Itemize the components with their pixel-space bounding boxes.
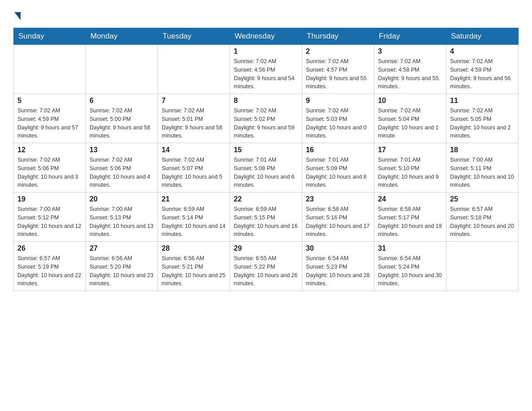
logo	[13, 9, 21, 23]
day-number: 4	[450, 47, 515, 56]
calendar-cell: 26Sunrise: 6:57 AMSunset: 5:19 PMDayligh…	[14, 242, 86, 291]
day-info: Sunrise: 6:54 AMSunset: 5:24 PMDaylight:…	[378, 254, 442, 288]
day-info: Sunrise: 6:55 AMSunset: 5:22 PMDaylight:…	[234, 254, 298, 288]
header-thursday: Thursday	[302, 28, 374, 45]
calendar-week-row: 1Sunrise: 7:02 AMSunset: 4:56 PMDaylight…	[14, 45, 519, 94]
day-info: Sunrise: 7:01 AMSunset: 5:08 PMDaylight:…	[234, 156, 298, 189]
calendar-cell: 22Sunrise: 6:59 AMSunset: 5:15 PMDayligh…	[230, 193, 302, 242]
day-info: Sunrise: 7:02 AMSunset: 5:00 PMDaylight:…	[90, 107, 154, 140]
calendar-cell: 5Sunrise: 7:02 AMSunset: 4:59 PMDaylight…	[14, 94, 86, 143]
calendar-cell: 31Sunrise: 6:54 AMSunset: 5:24 PMDayligh…	[374, 242, 446, 291]
calendar-cell: 6Sunrise: 7:02 AMSunset: 5:00 PMDaylight…	[86, 94, 158, 143]
day-number: 19	[17, 195, 82, 203]
header-sunday: Sunday	[14, 28, 86, 45]
day-info: Sunrise: 7:02 AMSunset: 4:58 PMDaylight:…	[378, 57, 442, 91]
day-info: Sunrise: 7:02 AMSunset: 5:07 PMDaylight:…	[162, 156, 226, 189]
header-friday: Friday	[374, 28, 446, 45]
day-number: 27	[90, 244, 154, 253]
day-number: 11	[450, 97, 515, 105]
day-info: Sunrise: 7:02 AMSunset: 4:56 PMDaylight:…	[234, 57, 298, 91]
calendar-cell: 4Sunrise: 7:02 AMSunset: 4:59 PMDaylight…	[446, 45, 519, 94]
day-info: Sunrise: 7:02 AMSunset: 4:57 PMDaylight:…	[306, 57, 370, 91]
day-info: Sunrise: 7:02 AMSunset: 5:03 PMDaylight:…	[306, 107, 370, 140]
calendar-table: Sunday Monday Tuesday Wednesday Thursday…	[13, 28, 519, 291]
calendar-cell: 14Sunrise: 7:02 AMSunset: 5:07 PMDayligh…	[158, 143, 230, 193]
day-number: 22	[234, 195, 298, 203]
day-number: 26	[17, 244, 82, 253]
calendar-cell: 10Sunrise: 7:02 AMSunset: 5:04 PMDayligh…	[374, 94, 446, 143]
day-number: 5	[17, 97, 82, 105]
day-info: Sunrise: 7:00 AMSunset: 5:13 PMDaylight:…	[90, 205, 154, 239]
calendar-cell: 19Sunrise: 7:00 AMSunset: 5:12 PMDayligh…	[14, 193, 86, 242]
day-number: 24	[378, 195, 442, 203]
calendar-cell: 12Sunrise: 7:02 AMSunset: 5:06 PMDayligh…	[14, 143, 86, 193]
day-info: Sunrise: 6:54 AMSunset: 5:23 PMDaylight:…	[306, 254, 370, 288]
day-info: Sunrise: 6:56 AMSunset: 5:21 PMDaylight:…	[162, 254, 226, 288]
day-number: 6	[90, 97, 154, 105]
day-info: Sunrise: 6:57 AMSunset: 5:19 PMDaylight:…	[17, 254, 82, 288]
day-info: Sunrise: 7:01 AMSunset: 5:10 PMDaylight:…	[378, 156, 442, 189]
day-info: Sunrise: 7:02 AMSunset: 5:06 PMDaylight:…	[90, 156, 154, 189]
calendar-week-row: 19Sunrise: 7:00 AMSunset: 5:12 PMDayligh…	[14, 193, 519, 242]
day-info: Sunrise: 7:01 AMSunset: 5:09 PMDaylight:…	[306, 156, 370, 189]
day-number: 23	[306, 195, 370, 203]
day-info: Sunrise: 7:02 AMSunset: 4:59 PMDaylight:…	[450, 57, 515, 91]
day-info: Sunrise: 7:02 AMSunset: 5:01 PMDaylight:…	[162, 107, 226, 140]
day-number: 25	[450, 195, 515, 203]
calendar-cell: 17Sunrise: 7:01 AMSunset: 5:10 PMDayligh…	[374, 143, 446, 193]
calendar-cell: 1Sunrise: 7:02 AMSunset: 4:56 PMDaylight…	[230, 45, 302, 94]
calendar-cell: 27Sunrise: 6:56 AMSunset: 5:20 PMDayligh…	[86, 242, 158, 291]
header-tuesday: Tuesday	[158, 28, 230, 45]
header-monday: Monday	[86, 28, 158, 45]
calendar-cell	[14, 45, 86, 94]
calendar-cell: 11Sunrise: 7:02 AMSunset: 5:05 PMDayligh…	[446, 94, 519, 143]
calendar-cell: 29Sunrise: 6:55 AMSunset: 5:22 PMDayligh…	[230, 242, 302, 291]
page-header	[13, 9, 519, 23]
calendar-cell	[86, 45, 158, 94]
day-info: Sunrise: 6:57 AMSunset: 5:18 PMDaylight:…	[450, 205, 515, 239]
day-number: 31	[378, 244, 442, 253]
day-info: Sunrise: 7:00 AMSunset: 5:12 PMDaylight:…	[17, 205, 82, 239]
calendar-week-row: 12Sunrise: 7:02 AMSunset: 5:06 PMDayligh…	[14, 143, 519, 193]
day-number: 1	[234, 47, 298, 56]
day-number: 10	[378, 97, 442, 105]
calendar-cell: 24Sunrise: 6:58 AMSunset: 5:17 PMDayligh…	[374, 193, 446, 242]
day-info: Sunrise: 7:00 AMSunset: 5:11 PMDaylight:…	[450, 156, 515, 189]
calendar-cell: 21Sunrise: 6:59 AMSunset: 5:14 PMDayligh…	[158, 193, 230, 242]
calendar-cell: 28Sunrise: 6:56 AMSunset: 5:21 PMDayligh…	[158, 242, 230, 291]
calendar-cell: 2Sunrise: 7:02 AMSunset: 4:57 PMDaylight…	[302, 45, 374, 94]
calendar-cell: 23Sunrise: 6:58 AMSunset: 5:16 PMDayligh…	[302, 193, 374, 242]
day-number: 9	[306, 97, 370, 105]
day-number: 13	[90, 146, 154, 154]
day-number: 16	[306, 146, 370, 154]
calendar-cell: 3Sunrise: 7:02 AMSunset: 4:58 PMDaylight…	[374, 45, 446, 94]
day-info: Sunrise: 7:02 AMSunset: 4:59 PMDaylight:…	[17, 107, 82, 140]
day-number: 17	[378, 146, 442, 154]
day-number: 28	[162, 244, 226, 253]
calendar-cell	[446, 242, 519, 291]
calendar-cell: 20Sunrise: 7:00 AMSunset: 5:13 PMDayligh…	[86, 193, 158, 242]
day-info: Sunrise: 6:59 AMSunset: 5:14 PMDaylight:…	[162, 205, 226, 239]
logo-area	[13, 9, 21, 23]
calendar-week-row: 5Sunrise: 7:02 AMSunset: 4:59 PMDaylight…	[14, 94, 519, 143]
calendar-week-row: 26Sunrise: 6:57 AMSunset: 5:19 PMDayligh…	[14, 242, 519, 291]
day-info: Sunrise: 7:02 AMSunset: 5:05 PMDaylight:…	[450, 107, 515, 140]
logo-triangle-icon	[14, 12, 21, 20]
calendar-cell: 15Sunrise: 7:01 AMSunset: 5:08 PMDayligh…	[230, 143, 302, 193]
day-info: Sunrise: 6:58 AMSunset: 5:17 PMDaylight:…	[378, 205, 442, 239]
day-number: 21	[162, 195, 226, 203]
calendar-cell: 13Sunrise: 7:02 AMSunset: 5:06 PMDayligh…	[86, 143, 158, 193]
calendar-cell: 7Sunrise: 7:02 AMSunset: 5:01 PMDaylight…	[158, 94, 230, 143]
day-number: 3	[378, 47, 442, 56]
day-info: Sunrise: 7:02 AMSunset: 5:02 PMDaylight:…	[234, 107, 298, 140]
calendar-cell: 18Sunrise: 7:00 AMSunset: 5:11 PMDayligh…	[446, 143, 519, 193]
day-number: 29	[234, 244, 298, 253]
day-number: 15	[234, 146, 298, 154]
header-saturday: Saturday	[446, 28, 519, 45]
calendar-cell: 9Sunrise: 7:02 AMSunset: 5:03 PMDaylight…	[302, 94, 374, 143]
calendar-cell: 25Sunrise: 6:57 AMSunset: 5:18 PMDayligh…	[446, 193, 519, 242]
day-number: 8	[234, 97, 298, 105]
calendar-cell	[158, 45, 230, 94]
calendar-cell: 8Sunrise: 7:02 AMSunset: 5:02 PMDaylight…	[230, 94, 302, 143]
weekday-header-row: Sunday Monday Tuesday Wednesday Thursday…	[14, 28, 519, 45]
